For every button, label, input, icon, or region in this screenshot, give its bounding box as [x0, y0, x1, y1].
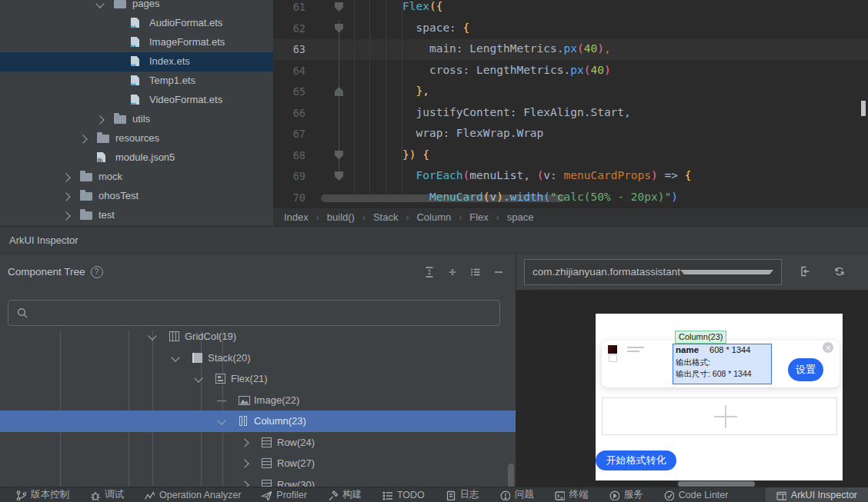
toolwindow-tab[interactable]: 构建: [327, 487, 362, 502]
project-tree-item[interactable]: Index.ets: [0, 52, 273, 71]
breadcrumb-item[interactable]: Flex: [469, 211, 489, 223]
component-tree-item[interactable]: Row(30): [0, 474, 516, 487]
tree-chevron-icon[interactable]: [171, 353, 179, 361]
editor-horizontal-scrollbar[interactable]: [321, 194, 566, 202]
code-line[interactable]: 69 ForEach(menuList, (v: menuCardProps) …: [273, 166, 868, 188]
tree-chevron-icon[interactable]: [78, 135, 87, 143]
breadcrumb-item[interactable]: Stack: [373, 211, 399, 223]
refresh-icon[interactable]: [833, 265, 846, 278]
tree-vertical-scrollbar[interactable]: [508, 464, 514, 487]
project-tree-item[interactable]: test: [0, 206, 273, 225]
fold-marker-icon[interactable]: [335, 2, 343, 12]
tree-chevron-icon[interactable]: [194, 374, 202, 382]
tree-chevron-icon[interactable]: [62, 192, 70, 201]
toolwindow-tab[interactable]: 版本控制: [15, 487, 69, 502]
project-item-label: Index.ets: [149, 55, 190, 67]
project-item-label: ohosTest: [98, 190, 139, 201]
code-line[interactable]: 67 wrap: FlexWrap.Wrap: [273, 124, 868, 145]
tree-chevron-icon[interactable]: [217, 416, 225, 424]
add-file-dropzone[interactable]: [602, 397, 837, 435]
code-line[interactable]: 63 main: LengthMetrics.px(40),: [273, 39, 868, 61]
fold-marker-icon[interactable]: [335, 24, 343, 33]
app-bundle-select[interactable]: com.zhijianyuan.formatassistant: [524, 259, 782, 285]
component-tree-item[interactable]: Image(22): [0, 390, 516, 411]
toolwindow-tab-label: 构建: [342, 488, 362, 501]
project-tree-item[interactable]: pages: [0, 0, 273, 14]
code-editor[interactable]: 61 Flex({ 62 space: { 63 main: LengthMet…: [273, 0, 868, 208]
code-line[interactable]: 61 Flex({: [273, 0, 868, 18]
component-search-box[interactable]: [8, 300, 500, 326]
toolwindow-tab[interactable]: ArkUI Inspector: [764, 487, 868, 502]
error-stripe-marker[interactable]: [861, 101, 866, 116]
fold-marker-icon[interactable]: [335, 87, 343, 96]
code-line[interactable]: 68 }) {: [273, 145, 868, 167]
start-convert-button[interactable]: 开始格式转化: [596, 450, 676, 470]
component-label: Row(24): [277, 437, 315, 448]
project-tree-item[interactable]: resources: [0, 129, 273, 148]
close-icon[interactable]: [823, 342, 833, 353]
toolwindow-tab[interactable]: 日志: [445, 487, 479, 502]
fold-marker-icon[interactable]: [335, 151, 343, 160]
help-icon[interactable]: ?: [91, 266, 103, 278]
toolwindow-tab[interactable]: 调试: [89, 487, 124, 502]
component-tree-item[interactable]: GridCol(19): [0, 331, 516, 347]
hide-panel-icon[interactable]: [492, 266, 505, 278]
component-tree-item[interactable]: Row(27): [0, 453, 516, 474]
tree-chevron-icon[interactable]: [62, 211, 70, 220]
breadcrumb-separator: ›: [362, 212, 366, 223]
fold-marker-icon[interactable]: [335, 171, 343, 181]
project-tree-item[interactable]: ImageFormat.ets: [0, 33, 273, 52]
tree-chevron-icon[interactable]: [62, 173, 70, 181]
tree-chevron-icon[interactable]: [240, 459, 249, 467]
breadcrumb-item[interactable]: Column: [416, 211, 451, 223]
project-tree-item[interactable]: mock: [0, 168, 273, 187]
project-tree-item[interactable]: module.json5: [0, 148, 273, 168]
toolwindow-tab[interactable]: 问题: [499, 487, 534, 502]
breadcrumb-item[interactable]: space: [507, 211, 534, 223]
list-view-icon[interactable]: [469, 266, 482, 278]
search-input[interactable]: [35, 307, 472, 320]
tree-chevron-icon[interactable]: [217, 400, 226, 401]
code-line[interactable]: 65 },: [273, 81, 868, 103]
toolwindow-tab[interactable]: 服务: [609, 487, 643, 502]
breadcrumb-item[interactable]: Index: [284, 211, 309, 223]
project-tree-item[interactable]: AudioFormat.ets: [0, 14, 273, 33]
tree-chevron-icon[interactable]: [148, 331, 156, 340]
preview-horizontal-scrollbar[interactable]: [678, 481, 755, 487]
component-tree-item[interactable]: Column(23): [0, 411, 516, 432]
file-type-icon: [114, 0, 126, 8]
breadcrumb-item[interactable]: build(): [327, 211, 355, 223]
toolwindow-tab[interactable]: 终端: [554, 487, 589, 502]
project-tree-item[interactable]: VideoFormat.ets: [0, 91, 273, 110]
line-number: 64: [273, 65, 305, 77]
code-line[interactable]: 62 space: {: [273, 18, 868, 40]
line-number: 66: [273, 107, 305, 119]
toolwindow-tab-label: 调试: [105, 488, 124, 501]
toolwindow-tab[interactable]: Profiler: [261, 487, 307, 502]
export-icon[interactable]: [799, 265, 812, 278]
tree-chevron-icon[interactable]: [95, 0, 104, 8]
toolwindow-tab-icon: [144, 490, 155, 500]
code-line[interactable]: 64 cross: LengthMetrics.px(40): [273, 61, 868, 82]
tree-chevron-icon[interactable]: [240, 480, 249, 487]
device-screen-preview[interactable]: Column(23) name 608 * 1344 输出格式: 输出尺寸: 6…: [596, 314, 843, 480]
toolwindow-tab[interactable]: Code Linter: [663, 487, 729, 502]
project-item-label: mock: [98, 171, 122, 182]
component-tree-item[interactable]: Flex(21): [0, 368, 516, 390]
project-tree-item[interactable]: Temp1.ets: [0, 71, 273, 91]
expand-all-icon[interactable]: [423, 266, 436, 278]
toolwindow-tab[interactable]: Operation Analyzer: [144, 487, 241, 502]
project-tree-item[interactable]: utils: [0, 110, 273, 129]
tree-chevron-icon[interactable]: [240, 438, 249, 447]
code-line[interactable]: 66 justifyContent: FlexAlign.Start,: [273, 103, 868, 125]
tree-chevron-icon[interactable]: [95, 115, 104, 124]
component-type-icon: [262, 458, 272, 468]
project-tree-item[interactable]: ohosTest: [0, 187, 273, 206]
file-type-icon: [97, 135, 109, 143]
toolwindow-tab[interactable]: TODO: [382, 487, 425, 502]
component-tree-item[interactable]: Stack(20): [0, 347, 516, 369]
settings-button[interactable]: 设置: [788, 358, 823, 381]
component-tree-item[interactable]: Row(24): [0, 432, 516, 454]
collapse-all-icon[interactable]: [446, 266, 459, 278]
breadcrumb-separator: ›: [459, 212, 462, 223]
